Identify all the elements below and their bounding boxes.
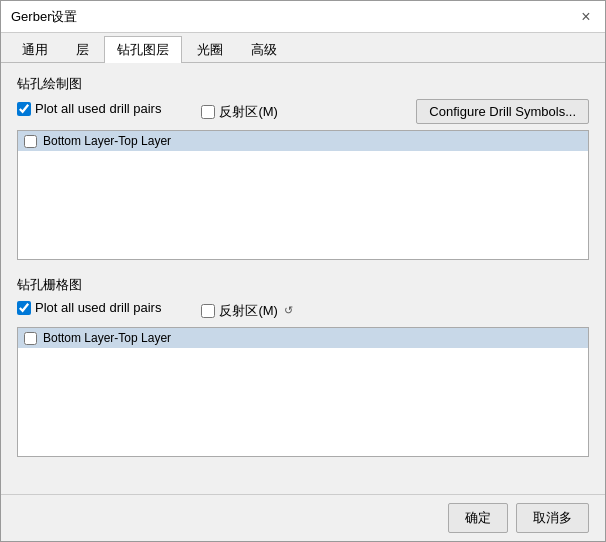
drill-grid-left-controls: Plot all used drill pairs 反射区(M) ↺ bbox=[17, 300, 293, 321]
mirror-note-2: ↺ bbox=[284, 304, 293, 317]
list-item-2: Bottom Layer-Top Layer bbox=[18, 328, 588, 348]
tab-aperture[interactable]: 光圈 bbox=[184, 36, 236, 63]
close-button[interactable]: × bbox=[577, 8, 595, 26]
cancel-button[interactable]: 取消多 bbox=[516, 503, 589, 533]
drill-plot-list: Bottom Layer-Top Layer bbox=[17, 130, 589, 260]
list-item: Bottom Layer-Top Layer bbox=[18, 131, 588, 151]
mirror-group-1: 反射区(M) bbox=[201, 103, 278, 121]
window-title: Gerber设置 bbox=[11, 8, 77, 26]
mirror-group-2: 反射区(M) ↺ bbox=[201, 302, 293, 320]
ok-button[interactable]: 确定 bbox=[448, 503, 508, 533]
plot-pairs-label-1: Plot all used drill pairs bbox=[35, 101, 161, 116]
list-item-checkbox-2[interactable] bbox=[24, 332, 37, 345]
footer: 确定 取消多 bbox=[1, 494, 605, 541]
drill-grid-title: 钻孔栅格图 bbox=[17, 276, 589, 294]
drill-grid-section: 钻孔栅格图 Plot all used drill pairs 反射区(M) ↺ bbox=[17, 276, 589, 457]
mirror-checkbox-2[interactable] bbox=[201, 304, 215, 318]
tab-layer[interactable]: 层 bbox=[63, 36, 102, 63]
tab-advanced[interactable]: 高级 bbox=[238, 36, 290, 63]
main-window: Gerber设置 × 通用 层 钻孔图层 光圈 高级 钻孔绘制图 Plot al… bbox=[0, 0, 606, 542]
drill-plot-title: 钻孔绘制图 bbox=[17, 75, 589, 93]
list-item-checkbox-1[interactable] bbox=[24, 135, 37, 148]
tab-general[interactable]: 通用 bbox=[9, 36, 61, 63]
plot-pairs-label-2: Plot all used drill pairs bbox=[35, 300, 161, 315]
plot-pairs-checkbox-1[interactable] bbox=[17, 102, 31, 116]
tab-drill-layer[interactable]: 钻孔图层 bbox=[104, 36, 182, 63]
tab-bar: 通用 层 钻孔图层 光圈 高级 bbox=[1, 33, 605, 63]
configure-drill-symbols-button[interactable]: Configure Drill Symbols... bbox=[416, 99, 589, 124]
drill-plot-controls: Plot all used drill pairs 反射区(M) Configu… bbox=[17, 99, 589, 124]
mirror-label-2: 反射区(M) bbox=[219, 302, 278, 320]
list-item-label-2: Bottom Layer-Top Layer bbox=[43, 331, 171, 345]
drill-grid-controls: Plot all used drill pairs 反射区(M) ↺ bbox=[17, 300, 589, 321]
drill-plot-left-controls: Plot all used drill pairs 反射区(M) bbox=[17, 101, 278, 122]
plot-pairs-row-2: Plot all used drill pairs bbox=[17, 300, 161, 315]
plot-pairs-row-1: Plot all used drill pairs bbox=[17, 101, 161, 116]
drill-plot-section: 钻孔绘制图 Plot all used drill pairs 反射区(M) C… bbox=[17, 75, 589, 260]
drill-grid-list: Bottom Layer-Top Layer bbox=[17, 327, 589, 457]
list-item-label-1: Bottom Layer-Top Layer bbox=[43, 134, 171, 148]
content-area: 钻孔绘制图 Plot all used drill pairs 反射区(M) C… bbox=[1, 63, 605, 494]
title-bar: Gerber设置 × bbox=[1, 1, 605, 33]
plot-pairs-checkbox-2[interactable] bbox=[17, 301, 31, 315]
mirror-label-1: 反射区(M) bbox=[219, 103, 278, 121]
mirror-checkbox-1[interactable] bbox=[201, 105, 215, 119]
